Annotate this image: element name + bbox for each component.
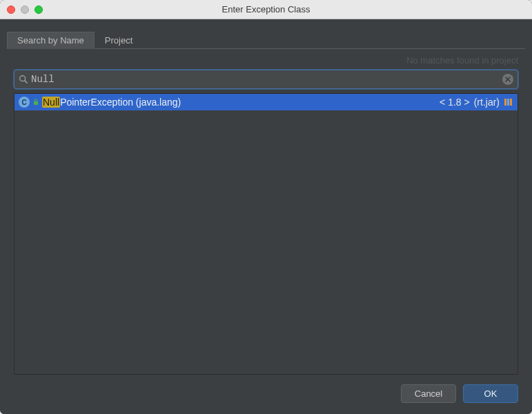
svg-rect-4 <box>34 101 38 105</box>
tab-label: Project <box>105 35 132 46</box>
svg-rect-5 <box>504 99 506 106</box>
button-label: OK <box>484 388 497 399</box>
svg-line-1 <box>25 81 27 83</box>
tab-label: Search by Name <box>17 35 84 46</box>
lock-decorator-icon <box>32 99 39 106</box>
result-package: (java.lang) <box>136 97 181 108</box>
tab-project[interactable]: Project <box>95 32 143 48</box>
button-label: Cancel <box>415 388 442 399</box>
titlebar: Enter Exception Class <box>0 0 532 19</box>
maximize-window-button[interactable] <box>35 6 43 14</box>
library-icon <box>504 97 513 107</box>
hint-text: No matches found in project <box>406 55 518 66</box>
window-controls <box>0 6 43 14</box>
dialog-window: Enter Exception Class Search by Name Pro… <box>0 0 532 414</box>
svg-rect-7 <box>510 99 512 106</box>
close-icon <box>505 77 511 82</box>
class-icon: C <box>19 97 30 108</box>
match-highlight: Null <box>42 97 60 108</box>
window-title: Enter Exception Class <box>0 4 532 14</box>
dialog-footer: Cancel OK <box>0 375 532 414</box>
result-left: C NullPointerException (java.lang) <box>19 97 437 108</box>
cancel-button[interactable]: Cancel <box>401 384 456 403</box>
result-row[interactable]: C NullPointerException (java.lang) < 1.8… <box>14 94 518 110</box>
jdk-version: < 1.8 > <box>440 97 470 108</box>
search-box[interactable] <box>14 70 518 89</box>
tab-search-by-name[interactable]: Search by Name <box>7 32 95 49</box>
result-text: NullPointerException (java.lang) <box>42 97 181 108</box>
result-rest: PointerException <box>60 97 133 108</box>
search-icon <box>19 75 28 84</box>
result-right: < 1.8 > (rt.jar) <box>440 97 513 108</box>
results-list[interactable]: C NullPointerException (java.lang) < 1.8… <box>14 93 518 375</box>
tab-bar: Search by Name Project <box>7 32 525 49</box>
close-window-button[interactable] <box>7 6 15 14</box>
ok-button[interactable]: OK <box>463 384 518 403</box>
hint-row: No matches found in project <box>0 49 532 70</box>
search-input[interactable] <box>31 74 502 85</box>
jar-name: (rt.jar) <box>474 97 500 108</box>
minimize-window-button[interactable] <box>21 6 29 14</box>
dialog-body: Search by Name Project No matches found … <box>0 19 532 414</box>
clear-search-button[interactable] <box>502 74 513 85</box>
svg-rect-6 <box>507 99 509 106</box>
